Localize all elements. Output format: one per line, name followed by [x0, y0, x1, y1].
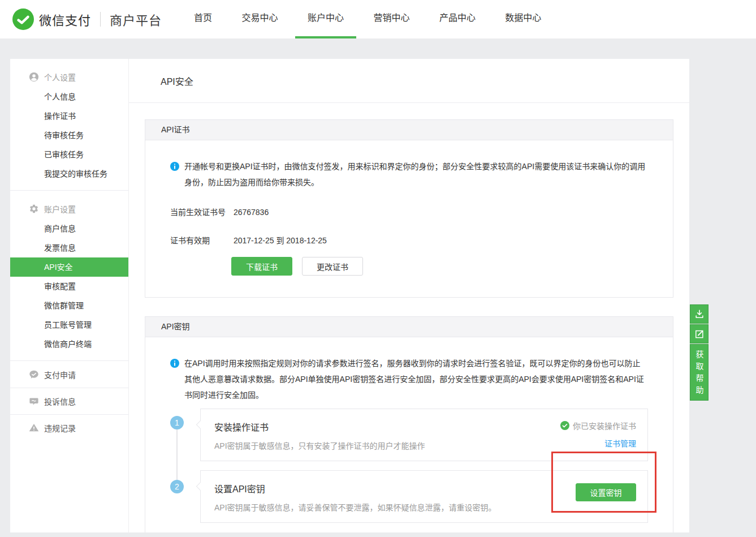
- floating-help-menu: 获取帮助: [690, 304, 709, 401]
- change-cert-button[interactable]: 更改证书: [302, 257, 363, 276]
- step-install-cert-desc: API密钥属于敏感信息，只有安装了操作证书的用户才能操作: [214, 440, 425, 451]
- top-header: 微信支付 商户平台 首页 交易中心 账户中心 营销中心 产品中心 数据中心: [0, 0, 756, 38]
- step-1-badge: 1: [170, 416, 184, 429]
- api-cert-card-body: 开通帐号和更换API证书时，由微信支付签发，用来标识和界定你的身份；部分安全性要…: [145, 140, 673, 297]
- api-key-card-body: 在API调用时用来按照指定规则对你的请求参数进行签名，服务器收到你的请求时会进行…: [145, 337, 673, 532]
- gear-icon: [29, 204, 39, 214]
- step-connector-line: [176, 429, 178, 480]
- step-install-cert-status: 你已安装操作证书 证书管理: [560, 420, 636, 461]
- download-icon: [694, 308, 705, 320]
- cert-installed-text: 你已安装操作证书: [573, 420, 636, 431]
- nav-item-marketing-center[interactable]: 营销中心: [361, 0, 422, 38]
- step-2-badge: 2: [170, 480, 184, 493]
- cert-info-row: 开通帐号和更换API证书时，由微信支付签发，用来标识和界定你的身份；部分安全性要…: [170, 158, 648, 190]
- key-info-row: 在API调用时用来按照指定规则对你的请求参数进行签名，服务器收到你的请求时会进行…: [170, 355, 648, 403]
- cert-number-label: 当前生效证书号: [170, 206, 231, 217]
- cert-installed-status: 你已安装操作证书: [560, 420, 636, 431]
- sidebar-item-api-security[interactable]: API安全: [10, 257, 128, 277]
- sidebar-section-title: 个人设置: [44, 71, 76, 83]
- sidebar-link-label: 支付申请: [44, 369, 76, 380]
- cert-validity-row: 证书有效期 2017-12-25 到 2018-12-25: [170, 234, 648, 246]
- cert-buttons-row: 下载证书 更改证书: [231, 257, 648, 276]
- sidebar-item-pending-review-tasks[interactable]: 待审核任务: [10, 126, 128, 145]
- sidebar-link-complaint-info[interactable]: 投诉信息: [10, 388, 128, 414]
- nav-item-home[interactable]: 首页: [182, 0, 224, 38]
- nav-item-data-center[interactable]: 数据中心: [493, 0, 554, 38]
- brand-name: 微信支付: [39, 10, 91, 28]
- check-circle-icon: [560, 421, 569, 430]
- cert-validity-label: 证书有效期: [170, 234, 231, 246]
- step-install-cert-box: 安装操作证书 API密钥属于敏感信息，只有安装了操作证书的用户才能操作 你已安装…: [200, 409, 648, 461]
- sidebar-link-label: 违规记录: [44, 422, 76, 433]
- sidebar-item-operation-cert[interactable]: 操作证书: [10, 106, 128, 126]
- main-nav: 首页 交易中心 账户中心 营销中心 产品中心 数据中心: [182, 0, 556, 38]
- sidebar-item-personal-info[interactable]: 个人信息: [10, 87, 128, 106]
- brand: 微信支付 商户平台: [12, 0, 162, 38]
- sidebar-section-header-account: 账户设置: [10, 199, 128, 219]
- nav-item-account-center[interactable]: 账户中心: [295, 0, 356, 38]
- step-set-api-key-text: 设置API密钥 API密钥属于敏感信息，请妥善保管不要泄露，如果怀疑信息泄露，请…: [214, 482, 496, 522]
- sidebar-item-invoice-info[interactable]: 发票信息: [10, 238, 128, 257]
- sidebar-section-account-settings: 账户设置 商户信息 发票信息 API安全 审核配置 微信群管理 员工账号管理 微…: [10, 191, 128, 361]
- float-download-button[interactable]: [690, 304, 709, 324]
- brand-divider: [100, 12, 101, 27]
- api-key-card: API密钥 在API调用时用来按照指定规则对你的请求参数进行签名，服务器收到你的…: [145, 316, 673, 532]
- sidebar-item-merchant-terminal[interactable]: 微信商户终端: [10, 334, 128, 354]
- wechat-bubble-icon: [29, 370, 39, 380]
- sidebar-link-payment-application[interactable]: 支付申请: [10, 361, 128, 388]
- sidebar-section-header-personal: 个人设置: [10, 67, 128, 87]
- nav-item-transaction-center[interactable]: 交易中心: [229, 0, 290, 38]
- sidebar-item-wechat-group-management[interactable]: 微信群管理: [10, 296, 128, 315]
- api-cert-card: API证书 开通帐号和更换API证书时，由微信支付签发，用来标识和界定你的身份；…: [145, 119, 673, 298]
- nav-item-product-center[interactable]: 产品中心: [427, 0, 488, 38]
- step-install-cert-title: 安装操作证书: [214, 420, 425, 433]
- main-content: API证书 开通帐号和更换API证书时，由微信支付签发，用来标识和界定你的身份；…: [129, 103, 689, 532]
- warning-triangle-icon: [29, 423, 39, 433]
- key-setup-steps: 1 2 安装操作证书 API密钥属于敏感信息，只有安装了操作证书的用户才能操作: [170, 409, 648, 523]
- cert-info-text: 开通帐号和更换API证书时，由微信支付签发，用来标识和界定你的身份；部分安全性要…: [184, 158, 648, 190]
- page-title: API安全: [161, 74, 193, 88]
- step-set-api-key-action: 设置密钥: [576, 483, 636, 522]
- float-edit-button[interactable]: [690, 324, 709, 343]
- sidebar-item-merchant-info[interactable]: 商户信息: [10, 219, 128, 238]
- step-set-api-key-title: 设置API密钥: [214, 482, 496, 495]
- sidebar-link-label: 投诉信息: [44, 396, 76, 407]
- sidebar-section-title: 账户设置: [44, 203, 76, 214]
- sidebar-item-reviewed-tasks[interactable]: 已审核任务: [10, 145, 128, 164]
- step-set-api-key-box: 设置API密钥 API密钥属于敏感信息，请妥善保管不要泄露，如果怀疑信息泄露，请…: [200, 470, 648, 523]
- page-title-row: API安全: [129, 59, 689, 103]
- wechat-pay-logo-icon: [12, 8, 34, 30]
- sidebar-item-my-submitted-tasks[interactable]: 我提交的审核任务: [10, 164, 128, 183]
- chat-bubble-icon: [29, 396, 39, 406]
- sidebar-item-staff-account-management[interactable]: 员工账号管理: [10, 315, 128, 334]
- api-cert-card-title: API证书: [161, 125, 190, 134]
- cert-number-value: 26767836: [234, 208, 269, 217]
- set-api-key-button[interactable]: 设置密钥: [576, 483, 636, 501]
- sidebar-section-personal-settings: 个人设置 个人信息 操作证书 待审核任务 已审核任务 我提交的审核任务: [10, 59, 128, 191]
- api-key-card-header: API密钥: [145, 317, 673, 337]
- download-cert-button[interactable]: 下载证书: [231, 257, 292, 276]
- user-icon: [29, 72, 39, 82]
- api-key-card-title: API密钥: [161, 322, 190, 331]
- float-get-help-button[interactable]: 获取帮助: [690, 344, 709, 401]
- cert-number-row: 当前生效证书号 26767836: [170, 206, 648, 217]
- step-set-api-key-desc: API密钥属于敏感信息，请妥善保管不要泄露，如果怀疑信息泄露，请重设密钥。: [214, 501, 496, 513]
- edit-icon: [694, 328, 705, 340]
- main-panel: API安全 API证书 开通帐号和更换API证书时，由微信支付签发，用来标识和界…: [129, 59, 689, 532]
- step-install-cert-text: 安装操作证书 API密钥属于敏感信息，只有安装了操作证书的用户才能操作: [214, 420, 425, 461]
- sidebar: 个人设置 个人信息 操作证书 待审核任务 已审核任务 我提交的审核任务 账户设置…: [10, 59, 129, 532]
- sidebar-link-violation-record[interactable]: 违规记录: [10, 414, 128, 441]
- sidebar-item-review-config[interactable]: 审核配置: [10, 277, 128, 296]
- api-cert-card-header: API证书: [145, 120, 673, 140]
- cert-validity-value: 2017-12-25 到 2018-12-25: [234, 236, 327, 245]
- cert-management-link[interactable]: 证书管理: [604, 437, 636, 449]
- key-info-text: 在API调用时用来按照指定规则对你的请求参数进行签名，服务器收到你的请求时会进行…: [184, 355, 648, 403]
- info-icon: [170, 359, 179, 368]
- info-icon: [170, 162, 179, 171]
- brand-suffix: 商户平台: [110, 10, 162, 28]
